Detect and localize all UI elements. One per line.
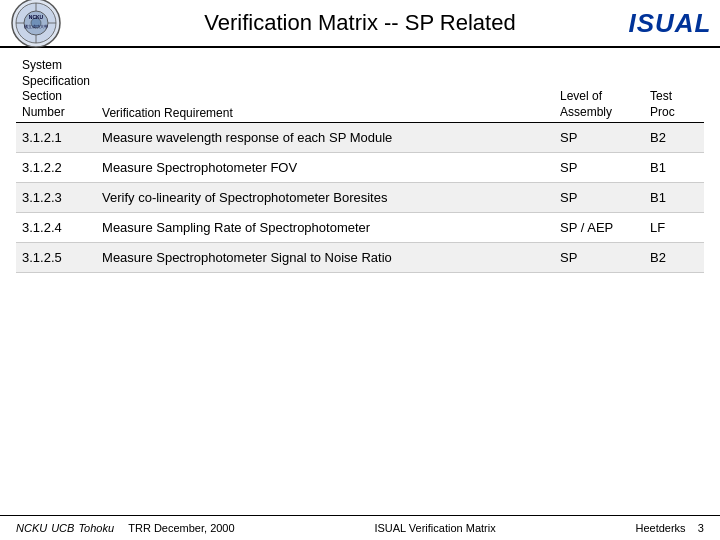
cell-test: B2 — [644, 123, 704, 153]
table-row: 3.1.2.4Measure Sampling Rate of Spectrop… — [16, 213, 704, 243]
logo-right: ISUAL — [630, 5, 710, 41]
page: NCKU 國立成功大學 Verification Matrix -- SP Re… — [0, 0, 720, 540]
cell-section: 3.1.2.3 — [16, 183, 96, 213]
cell-requirement: Measure Spectrophotometer FOV — [96, 153, 554, 183]
footer-page: 3 — [698, 522, 704, 534]
page-title: Verification Matrix -- SP Related — [204, 10, 515, 36]
col-header-section: System Specification Section Number — [16, 56, 96, 123]
cell-section: 3.1.2.2 — [16, 153, 96, 183]
table-row: 3.1.2.1Measure wavelength response of ea… — [16, 123, 704, 153]
footer-author: Heetderks — [635, 522, 685, 534]
footer-event: TRR December, 2000 — [128, 522, 234, 534]
header: NCKU 國立成功大學 Verification Matrix -- SP Re… — [0, 0, 720, 48]
verification-table: System Specification Section Number Veri… — [16, 56, 704, 273]
cell-section: 3.1.2.5 — [16, 243, 96, 273]
svg-text:NCKU: NCKU — [29, 14, 44, 20]
footer: NCKU UCB Tohoku TRR December, 2000 ISUAL… — [0, 515, 720, 540]
cell-level: SP — [554, 123, 644, 153]
footer-org2: UCB — [51, 522, 74, 534]
table-body: 3.1.2.1Measure wavelength response of ea… — [16, 123, 704, 273]
logo-left: NCKU 國立成功大學 — [10, 0, 62, 49]
cell-test: B2 — [644, 243, 704, 273]
cell-test: LF — [644, 213, 704, 243]
col-header-test: Test Proc — [644, 56, 704, 123]
isual-brand: ISUAL — [629, 8, 712, 39]
col-header-level: Level of Assembly — [554, 56, 644, 123]
table-row: 3.1.2.2Measure Spectrophotometer FOVSPB1 — [16, 153, 704, 183]
footer-doc-title: ISUAL Verification Matrix — [374, 522, 495, 534]
cell-requirement: Measure Sampling Rate of Spectrophotomet… — [96, 213, 554, 243]
footer-org1: NCKU — [16, 522, 47, 534]
svg-text:國立成功大學: 國立成功大學 — [24, 24, 48, 29]
footer-org3: Tohoku — [78, 522, 114, 534]
table-row: 3.1.2.5Measure Spectrophotometer Signal … — [16, 243, 704, 273]
table-row: 3.1.2.3Verify co-linearity of Spectropho… — [16, 183, 704, 213]
cell-requirement: Measure Spectrophotometer Signal to Nois… — [96, 243, 554, 273]
cell-test: B1 — [644, 153, 704, 183]
cell-test: B1 — [644, 183, 704, 213]
footer-orgs: NCKU UCB Tohoku TRR December, 2000 — [16, 522, 235, 534]
table-header-row: System Specification Section Number Veri… — [16, 56, 704, 123]
table-container: System Specification Section Number Veri… — [0, 48, 720, 515]
cell-level: SP / AEP — [554, 213, 644, 243]
footer-right: Heetderks 3 — [635, 522, 704, 534]
cell-level: SP — [554, 183, 644, 213]
cell-section: 3.1.2.1 — [16, 123, 96, 153]
cell-section: 3.1.2.4 — [16, 213, 96, 243]
cell-requirement: Measure wavelength response of each SP M… — [96, 123, 554, 153]
cell-level: SP — [554, 153, 644, 183]
cell-level: SP — [554, 243, 644, 273]
col-header-verif-req: Verification Requirement — [96, 56, 554, 123]
cell-requirement: Verify co-linearity of Spectrophotometer… — [96, 183, 554, 213]
